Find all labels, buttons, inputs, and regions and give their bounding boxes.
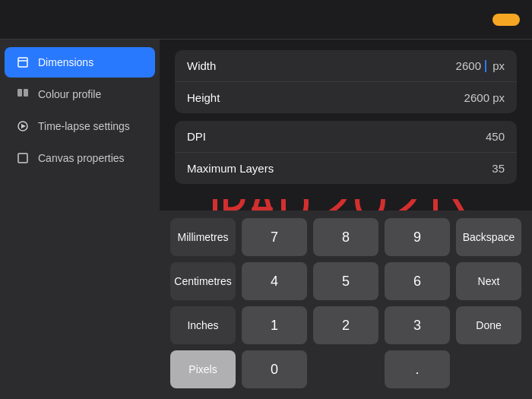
next-button[interactable]: Next (456, 262, 521, 300)
svg-rect-6 (18, 154, 27, 163)
svg-line-9 (446, 199, 467, 211)
width-row: Width 2600 px (175, 50, 517, 82)
sidebar-item-label-dimensions: Dimensions (38, 56, 93, 68)
sidebar-item-timelapse[interactable]: Time-lapse settings (5, 111, 155, 141)
numpad-grid: MillimetresCentimetresInchesPixels789456… (170, 218, 521, 388)
backspace-button[interactable]: Backspace (456, 218, 521, 256)
height-row: Height 2600 px (175, 82, 517, 113)
sidebar-item-label-canvas-properties: Canvas properties (38, 152, 125, 164)
digit-2[interactable]: 2 (313, 306, 378, 344)
digit-7[interactable]: 7 (242, 218, 307, 256)
height-value: 2600 px (464, 91, 505, 104)
sidebar-item-canvas-properties[interactable]: Canvas properties (5, 143, 155, 173)
digit-6[interactable]: 6 (385, 262, 450, 300)
digit-8[interactable]: 8 (313, 218, 378, 256)
main-layout: DimensionsColour profileTime-lapse setti… (0, 40, 532, 399)
digit-4[interactable]: 4 (242, 262, 307, 300)
main-content: Width 2600 px Height 2600 px DPI 450 Max… (160, 40, 532, 399)
svg-rect-3 (24, 89, 28, 97)
sidebar-item-colour-profile[interactable]: Colour profile (5, 79, 155, 109)
dpi-value: 450 (486, 130, 505, 143)
digit-3[interactable]: 3 (385, 306, 450, 344)
done-button[interactable]: Done (456, 306, 521, 344)
max-layers-label: Maximum Layers (187, 162, 274, 175)
handwriting-svg (201, 199, 490, 211)
width-value: 2600 px (456, 59, 505, 72)
colour-profile-icon (15, 87, 30, 102)
canvas-properties-icon (15, 150, 30, 166)
svg-rect-2 (17, 89, 22, 97)
dimensions-group: Width 2600 px Height 2600 px (175, 50, 517, 113)
canvas-drawing-area (160, 199, 532, 211)
settings-panel: Width 2600 px Height 2600 px DPI 450 Max… (160, 40, 532, 199)
create-button[interactable] (492, 14, 520, 26)
empty (313, 350, 378, 388)
digit-1[interactable]: 1 (242, 306, 307, 344)
svg-marker-5 (21, 124, 26, 128)
svg-rect-0 (18, 58, 27, 67)
digit-0[interactable]: 0 (242, 350, 307, 388)
digit-5[interactable]: 5 (313, 262, 378, 300)
height-label: Height (187, 91, 220, 104)
dpi-label: DPI (187, 130, 206, 143)
unit-pixels[interactable]: Pixels (170, 350, 236, 388)
max-layers-row: Maximum Layers 35 (175, 153, 517, 184)
unit-inches[interactable]: Inches (170, 306, 236, 344)
dpi-row: DPI 450 (175, 121, 517, 153)
sidebar-item-label-colour-profile: Colour profile (38, 88, 101, 100)
digit-.[interactable]: . (385, 350, 450, 388)
sidebar-item-dimensions[interactable]: Dimensions (5, 47, 155, 78)
width-label: Width (187, 59, 216, 72)
dpi-group: DPI 450 Maximum Layers 35 (175, 121, 517, 184)
unit-millimetres[interactable]: Millimetres (170, 218, 236, 256)
header (0, 0, 532, 40)
max-layers-value: 35 (492, 162, 505, 175)
cancel-button[interactable] (470, 15, 485, 24)
sidebar-item-label-timelapse: Time-lapse settings (38, 120, 130, 132)
header-actions (470, 14, 520, 26)
dimensions-icon (15, 55, 30, 70)
numpad-area: MillimetresCentimetresInchesPixels789456… (160, 211, 532, 399)
timelapse-icon (15, 119, 30, 134)
digit-9[interactable]: 9 (385, 218, 450, 256)
sidebar: DimensionsColour profileTime-lapse setti… (0, 40, 160, 399)
unit-centimetres[interactable]: Centimetres (170, 262, 236, 300)
